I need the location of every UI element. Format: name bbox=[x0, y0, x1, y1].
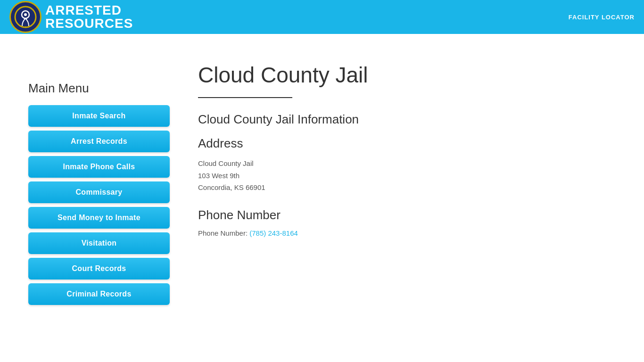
menu-item-inmate-search[interactable]: Inmate Search bbox=[28, 105, 170, 127]
address-line1: Cloud County Jail bbox=[198, 157, 616, 170]
logo-line1: ARRESTED bbox=[45, 4, 133, 17]
svg-point-0 bbox=[15, 7, 36, 27]
phone-label: Phone Number: (785) 243-8164 bbox=[198, 229, 616, 237]
sidebar-title: Main Menu bbox=[28, 81, 170, 96]
address-line2: 103 West 9th bbox=[198, 170, 616, 182]
logo-text: ARRESTED RESOURCES bbox=[45, 4, 133, 30]
phone-heading: Phone Number bbox=[198, 208, 616, 222]
svg-point-2 bbox=[24, 13, 27, 16]
logo-badge: ★ ★ ★ bbox=[9, 1, 41, 33]
phone-number-link[interactable]: (785) 243-8164 bbox=[249, 229, 298, 237]
content-section: Cloud County Jail Cloud County Jail Info… bbox=[198, 53, 616, 309]
menu-item-arrest-records[interactable]: Arrest Records bbox=[28, 131, 170, 152]
page-title: Cloud County Jail bbox=[198, 62, 616, 88]
title-divider bbox=[198, 97, 292, 98]
menu-item-send-money-to-inmate[interactable]: Send Money to Inmate bbox=[28, 207, 170, 229]
address-heading: Address bbox=[198, 136, 616, 151]
menu-item-inmate-phone-calls[interactable]: Inmate Phone Calls bbox=[28, 156, 170, 178]
phone-section: Phone Number: (785) 243-8164 bbox=[198, 229, 616, 237]
menu-list: Inmate SearchArrest RecordsInmate Phone … bbox=[28, 105, 170, 305]
phone-label-text: Phone Number: bbox=[198, 229, 249, 237]
header: ★ ★ ★ ARRESTED RESOURCES FACILITY LOCATO… bbox=[0, 0, 644, 34]
facility-locator-link[interactable]: FACILITY LOCATOR bbox=[569, 14, 635, 21]
svg-text:★ ★ ★: ★ ★ ★ bbox=[22, 25, 30, 28]
logo-icon: ★ ★ ★ bbox=[14, 5, 37, 29]
menu-item-criminal-records[interactable]: Criminal Records bbox=[28, 283, 170, 305]
menu-item-court-records[interactable]: Court Records bbox=[28, 258, 170, 280]
address-line3: Concordia, KS 66901 bbox=[198, 181, 616, 194]
logo-area: ★ ★ ★ ARRESTED RESOURCES bbox=[9, 1, 133, 33]
menu-item-commissary[interactable]: Commissary bbox=[28, 181, 170, 203]
menu-item-visitation[interactable]: Visitation bbox=[28, 232, 170, 254]
sidebar: Main Menu Inmate SearchArrest RecordsInm… bbox=[28, 53, 170, 309]
main-content: Main Menu Inmate SearchArrest RecordsInm… bbox=[0, 34, 644, 328]
address-block: Cloud County Jail 103 West 9th Concordia… bbox=[198, 157, 616, 194]
main-nav[interactable]: FACILITY LOCATOR bbox=[569, 13, 635, 21]
logo-line2: RESOURCES bbox=[45, 17, 133, 30]
info-heading: Cloud County Jail Information bbox=[198, 112, 616, 127]
